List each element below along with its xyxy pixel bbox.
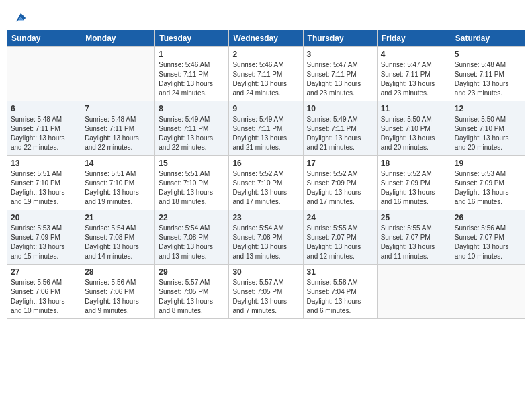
day-number: 28 (85, 267, 151, 277)
calendar-day-cell: 30Sunrise: 5:57 AMSunset: 7:05 PMDayligh… (229, 265, 303, 319)
day-info: Sunrise: 5:56 AMSunset: 7:06 PMDaylight:… (11, 278, 77, 316)
calendar-day-cell (377, 265, 451, 319)
day-info: Sunrise: 5:48 AMSunset: 7:11 PMDaylight:… (455, 60, 521, 98)
calendar-day-cell: 26Sunrise: 5:56 AMSunset: 7:07 PMDayligh… (451, 210, 525, 265)
calendar-day-cell: 22Sunrise: 5:54 AMSunset: 7:08 PMDayligh… (155, 210, 229, 265)
day-info: Sunrise: 5:53 AMSunset: 7:09 PMDaylight:… (455, 169, 521, 207)
day-info: Sunrise: 5:51 AMSunset: 7:10 PMDaylight:… (85, 169, 151, 207)
calendar-week-row: 20Sunrise: 5:53 AMSunset: 7:09 PMDayligh… (7, 210, 525, 265)
day-number: 18 (381, 158, 447, 168)
calendar-day-cell: 8Sunrise: 5:49 AMSunset: 7:11 PMDaylight… (155, 101, 229, 156)
day-number: 8 (159, 104, 225, 113)
day-info: Sunrise: 5:56 AMSunset: 7:07 PMDaylight:… (455, 224, 521, 261)
day-number: 14 (85, 158, 151, 168)
day-info: Sunrise: 5:50 AMSunset: 7:10 PMDaylight:… (381, 115, 447, 152)
day-number: 29 (159, 267, 225, 277)
calendar-day-cell: 12Sunrise: 5:50 AMSunset: 7:10 PMDayligh… (451, 101, 525, 156)
day-of-week-header: Friday (377, 30, 451, 47)
calendar-day-cell: 5Sunrise: 5:48 AMSunset: 7:11 PMDaylight… (451, 47, 525, 101)
day-number: 1 (159, 50, 225, 59)
day-of-week-header: Thursday (303, 30, 377, 47)
calendar-day-cell: 1Sunrise: 5:46 AMSunset: 7:11 PMDaylight… (155, 47, 229, 101)
day-info: Sunrise: 5:49 AMSunset: 7:11 PMDaylight:… (232, 115, 299, 152)
day-info: Sunrise: 5:58 AMSunset: 7:04 PMDaylight:… (307, 278, 373, 316)
calendar-day-cell: 7Sunrise: 5:48 AMSunset: 7:11 PMDaylight… (81, 101, 155, 156)
calendar-day-cell: 24Sunrise: 5:55 AMSunset: 7:07 PMDayligh… (303, 210, 377, 265)
day-of-week-header: Tuesday (155, 30, 229, 47)
calendar-day-cell: 2Sunrise: 5:46 AMSunset: 7:11 PMDaylight… (229, 47, 303, 101)
day-of-week-header: Sunday (7, 30, 81, 47)
calendar-day-cell: 29Sunrise: 5:57 AMSunset: 7:05 PMDayligh… (155, 265, 229, 319)
calendar-day-cell (451, 265, 525, 319)
day-info: Sunrise: 5:57 AMSunset: 7:05 PMDaylight:… (159, 278, 225, 316)
page-header (7, 7, 525, 27)
calendar-day-cell: 16Sunrise: 5:52 AMSunset: 7:10 PMDayligh… (229, 156, 303, 210)
calendar-day-cell (81, 47, 155, 101)
day-info: Sunrise: 5:51 AMSunset: 7:10 PMDaylight:… (11, 169, 77, 207)
day-info: Sunrise: 5:54 AMSunset: 7:08 PMDaylight:… (85, 224, 151, 261)
day-of-week-header: Monday (81, 30, 155, 47)
day-number: 11 (381, 104, 447, 113)
day-number: 31 (307, 267, 373, 277)
day-info: Sunrise: 5:49 AMSunset: 7:11 PMDaylight:… (159, 115, 225, 152)
calendar-day-cell: 14Sunrise: 5:51 AMSunset: 7:10 PMDayligh… (81, 156, 155, 210)
day-number: 17 (307, 158, 373, 168)
day-info: Sunrise: 5:46 AMSunset: 7:11 PMDaylight:… (232, 60, 299, 98)
day-of-week-header: Wednesday (229, 30, 303, 47)
calendar-day-cell: 28Sunrise: 5:56 AMSunset: 7:06 PMDayligh… (81, 265, 155, 319)
day-info: Sunrise: 5:49 AMSunset: 7:11 PMDaylight:… (307, 115, 373, 152)
calendar-table: SundayMondayTuesdayWednesdayThursdayFrid… (7, 30, 525, 319)
day-number: 15 (159, 158, 225, 168)
day-number: 19 (455, 158, 521, 168)
day-info: Sunrise: 5:57 AMSunset: 7:05 PMDaylight:… (232, 278, 299, 316)
calendar-day-cell: 6Sunrise: 5:48 AMSunset: 7:11 PMDaylight… (7, 101, 81, 156)
day-number: 9 (232, 104, 299, 113)
day-number: 12 (455, 104, 521, 113)
day-info: Sunrise: 5:47 AMSunset: 7:11 PMDaylight:… (381, 60, 447, 98)
day-number: 26 (455, 213, 521, 222)
day-info: Sunrise: 5:54 AMSunset: 7:08 PMDaylight:… (159, 224, 225, 261)
calendar-week-row: 27Sunrise: 5:56 AMSunset: 7:06 PMDayligh… (7, 265, 525, 319)
day-of-week-header: Saturday (451, 30, 525, 47)
day-info: Sunrise: 5:52 AMSunset: 7:10 PMDaylight:… (232, 169, 299, 207)
day-info: Sunrise: 5:46 AMSunset: 7:11 PMDaylight:… (159, 60, 225, 98)
calendar-day-cell: 17Sunrise: 5:52 AMSunset: 7:09 PMDayligh… (303, 156, 377, 210)
day-number: 21 (85, 213, 151, 222)
day-info: Sunrise: 5:52 AMSunset: 7:09 PMDaylight:… (381, 169, 447, 207)
day-info: Sunrise: 5:55 AMSunset: 7:07 PMDaylight:… (381, 224, 447, 261)
day-number: 25 (381, 213, 447, 222)
calendar-day-cell: 27Sunrise: 5:56 AMSunset: 7:06 PMDayligh… (7, 265, 81, 319)
day-number: 6 (11, 104, 77, 113)
day-number: 22 (159, 213, 225, 222)
calendar-week-row: 13Sunrise: 5:51 AMSunset: 7:10 PMDayligh… (7, 156, 525, 210)
calendar-day-cell: 31Sunrise: 5:58 AMSunset: 7:04 PMDayligh… (303, 265, 377, 319)
calendar-day-cell: 23Sunrise: 5:54 AMSunset: 7:08 PMDayligh… (229, 210, 303, 265)
logo (13, 12, 27, 24)
day-info: Sunrise: 5:54 AMSunset: 7:08 PMDaylight:… (232, 224, 299, 261)
day-number: 23 (232, 213, 299, 222)
calendar-week-row: 6Sunrise: 5:48 AMSunset: 7:11 PMDaylight… (7, 101, 525, 156)
calendar-day-cell: 21Sunrise: 5:54 AMSunset: 7:08 PMDayligh… (81, 210, 155, 265)
day-number: 3 (307, 50, 373, 59)
day-number: 5 (455, 50, 521, 59)
calendar-header-row: SundayMondayTuesdayWednesdayThursdayFrid… (7, 30, 525, 47)
calendar-day-cell: 10Sunrise: 5:49 AMSunset: 7:11 PMDayligh… (303, 101, 377, 156)
day-info: Sunrise: 5:55 AMSunset: 7:07 PMDaylight:… (307, 224, 373, 261)
calendar-day-cell: 13Sunrise: 5:51 AMSunset: 7:10 PMDayligh… (7, 156, 81, 210)
day-info: Sunrise: 5:50 AMSunset: 7:10 PMDaylight:… (455, 115, 521, 152)
logo-icon (15, 12, 27, 24)
day-info: Sunrise: 5:52 AMSunset: 7:09 PMDaylight:… (307, 169, 373, 207)
day-number: 10 (307, 104, 373, 113)
day-number: 30 (232, 267, 299, 277)
day-number: 13 (11, 158, 77, 168)
day-number: 27 (11, 267, 77, 277)
day-number: 4 (381, 50, 447, 59)
day-number: 2 (232, 50, 299, 59)
day-number: 24 (307, 213, 373, 222)
calendar-day-cell: 3Sunrise: 5:47 AMSunset: 7:11 PMDaylight… (303, 47, 377, 101)
day-number: 16 (232, 158, 299, 168)
calendar-day-cell: 15Sunrise: 5:51 AMSunset: 7:10 PMDayligh… (155, 156, 229, 210)
day-info: Sunrise: 5:48 AMSunset: 7:11 PMDaylight:… (11, 115, 77, 152)
calendar-day-cell: 19Sunrise: 5:53 AMSunset: 7:09 PMDayligh… (451, 156, 525, 210)
day-info: Sunrise: 5:47 AMSunset: 7:11 PMDaylight:… (307, 60, 373, 98)
